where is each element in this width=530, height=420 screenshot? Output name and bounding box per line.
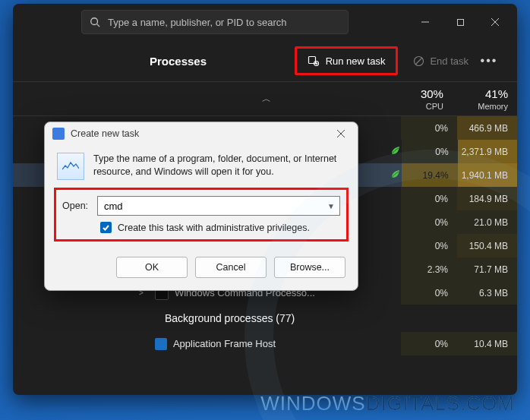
- section-header: Processes Run new task End task •••: [13, 40, 517, 81]
- open-value: cmd: [104, 201, 123, 212]
- end-task-label: End task: [430, 55, 468, 67]
- memory-cell: 150.4 MB: [457, 234, 517, 257]
- cpu-cell: 0%: [401, 116, 457, 140]
- memory-cell: 71.7 MB: [457, 257, 517, 281]
- dialog-app-icon: [52, 128, 65, 140]
- open-label: Open:: [62, 201, 97, 211]
- check-icon: [102, 223, 110, 232]
- more-icon: •••: [481, 54, 498, 68]
- ok-button[interactable]: OK: [116, 257, 188, 278]
- svg-line-11: [415, 58, 422, 65]
- memory-cell: 10.4 MB: [457, 332, 517, 355]
- open-combobox[interactable]: cmd ▼: [97, 196, 340, 216]
- svg-point-0: [91, 18, 98, 25]
- cpu-cell: 0%: [402, 140, 457, 163]
- titlebar: Type a name, publisher, or PID to search: [13, 4, 517, 40]
- app-icon: [155, 338, 167, 350]
- minimize-button[interactable]: [408, 10, 443, 34]
- end-task-button[interactable]: End task: [405, 51, 476, 71]
- window-controls: [408, 10, 513, 34]
- svg-rect-3: [457, 19, 463, 25]
- maximize-button[interactable]: [443, 10, 478, 34]
- end-task-icon: [413, 55, 424, 67]
- cpu-cell: 2.3%: [401, 257, 457, 281]
- dialog-title: Create new task: [71, 128, 139, 139]
- memory-cell: 1,940.1 MB: [458, 163, 517, 187]
- cpu-cell: 0%: [401, 187, 457, 210]
- memory-cell: 184.9 MB: [457, 187, 517, 210]
- highlight-run-new-task: Run new task: [295, 46, 399, 75]
- close-button[interactable]: [478, 10, 513, 34]
- browse-button[interactable]: Browse...: [274, 257, 345, 278]
- close-icon: [336, 129, 345, 138]
- cpu-cell: 0%: [401, 332, 457, 355]
- dialog-explanation: Type the name of a program, folder, docu…: [57, 153, 345, 180]
- admin-checkbox-label: Create this task with administrative pri…: [118, 223, 310, 233]
- eco-leaf-icon: [390, 168, 402, 180]
- more-menu-button[interactable]: •••: [476, 50, 502, 71]
- search-icon: [90, 17, 100, 27]
- section-title: Processes: [150, 55, 207, 68]
- table-header: ︿ 30% CPU 41% Memory: [13, 81, 517, 116]
- dialog-titlebar: Create new task: [45, 122, 358, 145]
- background-processes-heading: Background processes (77): [13, 305, 517, 332]
- run-task-icon: [308, 55, 320, 67]
- cpu-cell: 0%: [401, 281, 457, 305]
- admin-checkbox[interactable]: [100, 222, 112, 233]
- svg-line-1: [97, 24, 100, 27]
- memory-cell: 2,371.9 MB: [458, 140, 517, 163]
- row-name-cell: Application Frame Host: [134, 338, 388, 350]
- chevron-down-icon: ▼: [327, 202, 335, 210]
- process-name: Application Frame Host: [173, 338, 276, 349]
- run-dialog-icon: [57, 153, 84, 180]
- memory-cell: 21.0 MB: [457, 210, 517, 234]
- column-header-name[interactable]: ︿: [141, 93, 393, 106]
- search-input[interactable]: Type a name, publisher, or PID to search: [81, 10, 349, 34]
- cpu-cell: 0%: [401, 234, 457, 257]
- memory-cell: 466.9 MB: [457, 116, 517, 140]
- cpu-cell: 19.4%: [402, 163, 457, 187]
- search-placeholder: Type a name, publisher, or PID to search: [108, 17, 287, 28]
- dialog-close-button[interactable]: [329, 125, 353, 143]
- run-new-task-button[interactable]: Run new task: [298, 50, 395, 71]
- watermark: WINDOWSDIGITALS.COM: [260, 392, 515, 415]
- column-header-memory[interactable]: 41% Memory: [453, 87, 517, 111]
- cancel-button[interactable]: Cancel: [195, 257, 267, 278]
- highlight-open-admin: Open: cmd ▼ Create this task with admini…: [54, 188, 349, 242]
- sort-chevron-up-icon: ︿: [262, 93, 271, 106]
- table-row[interactable]: Application Frame Host0%10.4 MB: [13, 332, 517, 355]
- column-header-cpu[interactable]: 30% CPU: [392, 87, 452, 111]
- create-task-dialog: Create new task Type the name of a progr…: [44, 122, 358, 291]
- cpu-cell: 0%: [401, 210, 457, 234]
- run-new-task-label: Run new task: [326, 55, 386, 67]
- memory-cell: 6.3 MB: [457, 281, 517, 305]
- eco-leaf-icon: [390, 144, 402, 156]
